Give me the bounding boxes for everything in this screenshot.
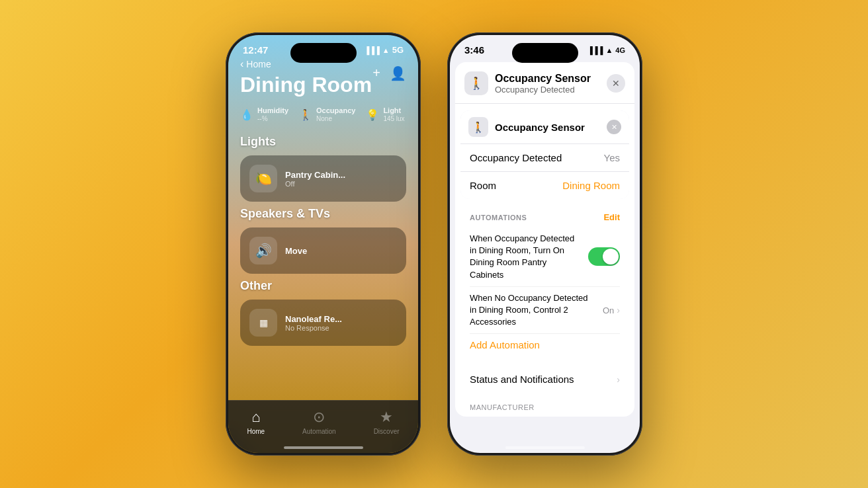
detail-sheet: 🚶 Occupancy Sensor Occupancy Detected ✕ … bbox=[455, 62, 634, 417]
pantry-info: Pantry Cabin... Off bbox=[285, 170, 397, 188]
light-label: Light bbox=[383, 106, 404, 115]
automation-1-text: When Occupancy Detected in Dining Room, … bbox=[470, 233, 588, 281]
add-automation-label: Add Automation bbox=[470, 339, 540, 350]
person-icon[interactable]: 👤 bbox=[390, 65, 406, 81]
sensor-card-close[interactable]: ✕ bbox=[607, 120, 621, 134]
automation-item-2[interactable]: When No Occupancy Detected in Dining Roo… bbox=[470, 287, 620, 335]
add-automation[interactable]: Add Automation bbox=[470, 334, 620, 351]
dynamic-island-2 bbox=[512, 43, 578, 63]
room-label: Room bbox=[470, 180, 496, 191]
back-label: Home bbox=[246, 59, 271, 69]
occupancy-label: Occupancy bbox=[316, 106, 355, 115]
home-tab-icon: ⌂ bbox=[251, 409, 260, 426]
status-notifications-label: Status and Notifications bbox=[470, 374, 574, 385]
pantry-name: Pantry Cabin... bbox=[285, 170, 397, 180]
on-label: On bbox=[603, 305, 614, 315]
occupancy-detected-row: Occupancy Detected Yes bbox=[460, 144, 629, 172]
home-indicator bbox=[284, 446, 363, 449]
automation-1-toggle[interactable] bbox=[588, 247, 620, 266]
pantry-cabinet-card[interactable]: 🍋 Pantry Cabin... Off bbox=[240, 155, 406, 202]
occupancy-detected-value: Yes bbox=[604, 152, 620, 163]
move-icon-box: 🔊 bbox=[249, 237, 277, 264]
move-name: Move bbox=[285, 246, 397, 256]
pantry-icon-box: 🍋 bbox=[249, 165, 277, 192]
signal-icon-2: ▐▐▐ bbox=[587, 46, 603, 54]
manufacturer-label: Manufacturer bbox=[455, 401, 634, 417]
chevron-right-icon: › bbox=[617, 305, 620, 315]
automation-2-control: On › bbox=[603, 305, 620, 315]
top-actions: + 👤 bbox=[372, 65, 406, 81]
sensor-light: 💡 Light 145 lux bbox=[366, 106, 404, 123]
discover-tab-icon: ★ bbox=[380, 409, 393, 426]
status-icons-1: ▐▐▐ ▲ 5G bbox=[364, 45, 404, 55]
humidity-val: --% bbox=[257, 115, 288, 123]
occupancy-icon: 🚶 bbox=[299, 108, 312, 121]
home-indicator-2 bbox=[505, 446, 585, 449]
phone1-content: ‹ Home + 👤 Dining Room 💧 Humidity --% bbox=[228, 58, 418, 346]
automation-item-1: When Occupancy Detected in Dining Room, … bbox=[470, 227, 620, 287]
add-icon[interactable]: + bbox=[372, 65, 380, 81]
status-chevron-icon: › bbox=[617, 374, 620, 385]
back-chevron: ‹ bbox=[240, 58, 243, 70]
lights-section-title: Lights bbox=[240, 135, 406, 149]
dynamic-island bbox=[290, 43, 357, 63]
automations-header: Automations Edit bbox=[470, 212, 620, 222]
humidity-icon: 💧 bbox=[240, 108, 253, 121]
occupancy-detected-label: Occupancy Detected bbox=[470, 152, 562, 163]
detail-title: Occupancy Sensor bbox=[495, 73, 600, 85]
tab-home[interactable]: ⌂ Home bbox=[247, 409, 265, 435]
nanoleaf-card[interactable]: ▦ Nanoleaf Re... No Response bbox=[240, 300, 406, 346]
automations-section: Automations Edit When Occupancy Detected… bbox=[460, 206, 629, 358]
detail-subtitle: Occupancy Detected bbox=[495, 85, 600, 95]
light-val: 145 lux bbox=[383, 115, 404, 123]
sensor-detail-card: 🚶 Occupancy Sensor ✕ Occupancy Detected … bbox=[460, 110, 629, 199]
battery-icon: 5G bbox=[392, 45, 404, 55]
edit-button[interactable]: Edit bbox=[603, 212, 620, 222]
humidity-label: Humidity bbox=[257, 106, 288, 115]
pantry-status: Off bbox=[285, 180, 397, 188]
occupancy-val: None bbox=[316, 115, 355, 123]
automation-2-text: When No Occupancy Detected in Dining Roo… bbox=[470, 292, 603, 329]
wifi-icon-2: ▲ bbox=[605, 46, 613, 54]
signal-icon: ▐▐▐ bbox=[364, 46, 379, 54]
other-section-title: Other bbox=[240, 279, 406, 293]
phone-occupancy-detail: 3:46 ▐▐▐ ▲ 4G 🚶 Occupancy Sensor Occupan… bbox=[447, 32, 642, 456]
sensor-humidity: 💧 Humidity --% bbox=[240, 106, 288, 123]
detail-header-text: Occupancy Sensor Occupancy Detected bbox=[495, 73, 600, 95]
sensor-card-title: Occupancy Sensor bbox=[495, 122, 600, 133]
sensor-walk-icon: 🚶 bbox=[468, 117, 488, 137]
room-row: Room Dining Room bbox=[460, 172, 629, 199]
nanoleaf-info: Nanoleaf Re... No Response bbox=[285, 314, 397, 332]
automation-tab-label: Automation bbox=[302, 428, 336, 435]
status-notifications-row[interactable]: Status and Notifications › bbox=[460, 364, 629, 394]
automation-tab-icon: ⊙ bbox=[313, 409, 325, 426]
light-icon: 💡 bbox=[366, 108, 379, 121]
home-tab-label: Home bbox=[247, 428, 265, 435]
tab-discover[interactable]: ★ Discover bbox=[374, 409, 400, 435]
speakers-section-title: Speakers & TVs bbox=[240, 207, 406, 221]
automations-label: Automations bbox=[470, 214, 527, 222]
phone-dining-room: 12:47 ▐▐▐ ▲ 5G ‹ Home + 👤 Dining Room bbox=[226, 32, 421, 456]
lte-icon: 4G bbox=[615, 46, 625, 54]
time-2: 3:46 bbox=[464, 44, 484, 56]
move-card[interactable]: 🔊 Move bbox=[240, 227, 406, 274]
sensor-row: 💧 Humidity --% 🚶 Occupancy None 💡 bbox=[240, 106, 406, 123]
sensor-occupancy: 🚶 Occupancy None bbox=[299, 106, 355, 123]
move-info: Move bbox=[285, 246, 397, 256]
time-1: 12:47 bbox=[243, 44, 268, 56]
close-button[interactable]: ✕ bbox=[607, 74, 625, 93]
room-value: Dining Room bbox=[562, 180, 620, 191]
discover-tab-label: Discover bbox=[374, 428, 400, 435]
status-icons-2: ▐▐▐ ▲ 4G bbox=[587, 46, 625, 54]
wifi-icon: ▲ bbox=[382, 46, 390, 54]
tab-automation[interactable]: ⊙ Automation bbox=[302, 409, 336, 435]
nanoleaf-status: No Response bbox=[285, 324, 397, 332]
nanoleaf-icon-box: ▦ bbox=[249, 309, 277, 337]
detail-sheet-header: 🚶 Occupancy Sensor Occupancy Detected ✕ bbox=[455, 62, 634, 104]
detail-sheet-icon: 🚶 bbox=[464, 71, 488, 95]
nanoleaf-name: Nanoleaf Re... bbox=[285, 314, 397, 324]
sensor-card-header-row: 🚶 Occupancy Sensor ✕ bbox=[460, 110, 629, 144]
tab-bar: ⌂ Home ⊙ Automation ★ Discover bbox=[228, 400, 418, 453]
